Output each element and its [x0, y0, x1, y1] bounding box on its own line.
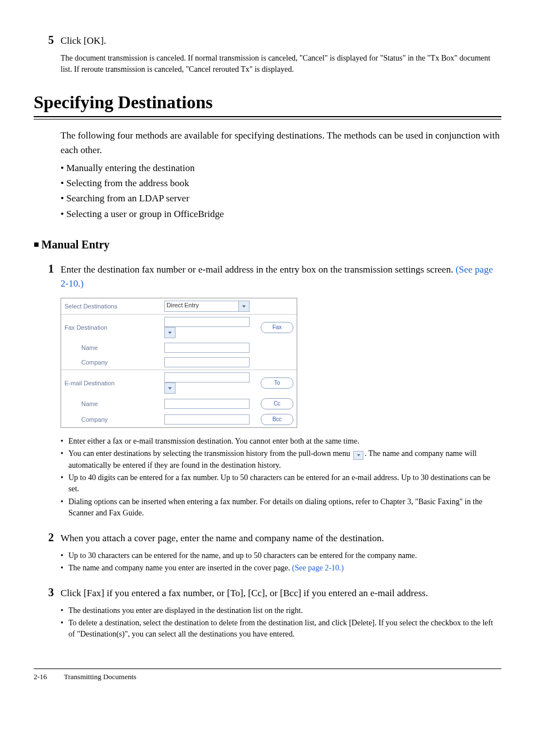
- list-item: You can enter destinations by selecting …: [68, 448, 501, 471]
- select-destinations-label: Select Destinations: [61, 298, 161, 315]
- svg-marker-1: [168, 331, 172, 334]
- list-item: Selecting from the address book: [61, 176, 501, 191]
- cc-button[interactable]: Cc: [261, 398, 293, 409]
- email-company-input[interactable]: [164, 414, 250, 425]
- to-button[interactable]: To: [261, 377, 293, 389]
- step-1-text: Enter the destination fax number or e-ma…: [61, 262, 501, 291]
- section-intro: The following four methods are available…: [61, 128, 501, 157]
- step-number: 5: [34, 34, 61, 48]
- step-number: 1: [34, 262, 61, 291]
- chevron-down-icon: [353, 451, 363, 460]
- chevron-down-icon: [238, 301, 249, 311]
- step-1-notes: •Enter either a fax or e-mail transmissi…: [61, 436, 501, 519]
- list-item: To delete a destination, select the dest…: [68, 617, 501, 640]
- fax-destination-input[interactable]: [164, 317, 250, 327]
- list-item: Up to 40 digits can be entered for a fax…: [68, 472, 501, 495]
- page-number: 2-16: [34, 672, 64, 681]
- step-2-notes: •Up to 30 characters can be entered for …: [61, 550, 501, 574]
- email-name-label: Name: [61, 396, 161, 412]
- list-item: The name and company name you enter are …: [68, 563, 501, 574]
- fax-button[interactable]: Fax: [261, 322, 293, 333]
- email-history-dropdown[interactable]: [164, 382, 176, 394]
- page-link[interactable]: (See page 2-10.): [292, 564, 344, 572]
- fax-company-label: Company: [61, 355, 161, 370]
- email-name-input[interactable]: [164, 399, 250, 409]
- email-destination-input[interactable]: [164, 372, 250, 382]
- list-item: The destinations you enter are displayed…: [68, 605, 501, 616]
- list-item: Searching from an LDAP server: [61, 191, 501, 206]
- footer-title: Transmitting Documents: [64, 672, 136, 681]
- step-2-text: When you attach a cover page, enter the …: [61, 531, 501, 546]
- destinations-panel: Select Destinations Direct Entry Fax Des…: [61, 298, 297, 428]
- step-5-text: Click [OK].: [61, 34, 501, 48]
- step-number: 2: [34, 531, 61, 546]
- section-title: Specifying Destinations: [34, 92, 501, 116]
- fax-destination-label: Fax Destination: [61, 314, 161, 340]
- direct-entry-select[interactable]: Direct Entry: [164, 301, 250, 312]
- email-destination-label: E-mail Destination: [61, 370, 161, 396]
- section-rule: [34, 116, 501, 119]
- list-item: Manually entering the destination: [61, 160, 501, 176]
- step-5-note: The document transmission is canceled. I…: [61, 53, 501, 76]
- step-3-notes: •The destinations you enter are displaye…: [61, 605, 501, 640]
- fax-company-input[interactable]: [164, 357, 250, 367]
- fax-name-label: Name: [61, 340, 161, 355]
- subsection-title: Manual Entry: [34, 238, 501, 251]
- email-company-label: Company: [61, 412, 161, 427]
- svg-marker-0: [242, 305, 246, 307]
- svg-marker-3: [357, 454, 360, 457]
- fax-history-dropdown[interactable]: [164, 327, 176, 338]
- page-footer: 2-16 Transmitting Documents: [34, 669, 501, 681]
- svg-marker-2: [168, 387, 172, 389]
- step-3-text: Click [Fax] if you entered a fax number,…: [61, 586, 501, 601]
- step-number: 3: [34, 586, 61, 601]
- list-item: Enter either a fax or e-mail transmissio…: [68, 436, 501, 447]
- list-item: Up to 30 characters can be entered for t…: [68, 550, 501, 561]
- direct-entry-value: Direct Entry: [165, 301, 238, 311]
- list-item: Selecting a user or group in OfficeBridg…: [61, 206, 501, 222]
- bcc-button[interactable]: Bcc: [261, 414, 293, 425]
- fax-name-input[interactable]: [164, 343, 250, 353]
- method-list: Manually entering the destination Select…: [61, 160, 501, 222]
- step-1-text-body: Enter the destination fax number or e-ma…: [61, 264, 455, 275]
- list-item: Dialing options can be inserted when ent…: [68, 496, 501, 519]
